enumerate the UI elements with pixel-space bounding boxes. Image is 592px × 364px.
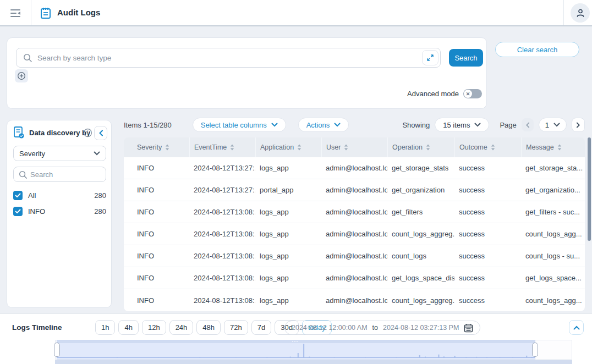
timeline-preset-12h[interactable]: 12h	[142, 320, 166, 335]
column-header-operation[interactable]: Operation	[387, 137, 454, 157]
info-icon[interactable]	[83, 128, 92, 140]
facet-item-info[interactable]: INFO280	[13, 203, 106, 219]
user-avatar-button[interactable]	[571, 3, 590, 23]
sidebar-header: Data discovery by	[13, 126, 107, 140]
cell-outcome: success	[454, 201, 521, 223]
sort-icon	[344, 144, 348, 151]
facet-search-input[interactable]	[30, 168, 102, 181]
column-header-message[interactable]: Message	[521, 137, 585, 157]
column-label: Application	[260, 144, 294, 151]
calendar-icon	[464, 323, 473, 333]
chevron-down-icon	[94, 151, 100, 156]
cell-application: logs_app	[255, 223, 321, 245]
cell-eventtime: 2024-08-12T13:08:...	[189, 267, 255, 289]
advanced-mode-row: Advanced mode ✕	[407, 89, 482, 98]
table-row[interactable]: INFO2024-08-12T13:08:...logs_appadmin@lo…	[124, 201, 585, 223]
previous-page-button[interactable]	[522, 118, 534, 131]
page-size-select[interactable]: 15 items	[435, 118, 489, 132]
page-label: Page	[500, 121, 516, 129]
add-search-criteria-button[interactable]	[15, 69, 28, 82]
menu-collapse-icon	[9, 7, 23, 19]
cell-message: get_organizatio...	[521, 179, 585, 201]
cell-eventtime: 2024-08-12T13:27:...	[189, 157, 255, 179]
timeline-preset-1h[interactable]: 1h	[95, 320, 115, 335]
facet-search-field	[13, 167, 106, 182]
range-separator: to	[372, 324, 378, 332]
chevron-up-icon	[573, 326, 580, 330]
range-start: 2024-08-12 12:00:00 AM	[292, 324, 368, 332]
select-table-columns-button[interactable]: Select table columns	[193, 118, 286, 132]
actions-button[interactable]: Actions	[298, 118, 349, 132]
cell-application: logs_app	[255, 245, 321, 267]
search-panel: Search Advanced mode ✕	[7, 37, 487, 109]
column-label: User	[326, 144, 341, 151]
audit-logs-page: Audit Logs Sea	[0, 0, 592, 364]
brush-handle-left[interactable]	[54, 343, 60, 357]
page-number-value: 1	[545, 121, 549, 129]
cell-outcome: success	[454, 179, 521, 201]
column-header-eventtime[interactable]: EventTime	[189, 137, 255, 157]
facet-count: 280	[94, 191, 106, 200]
sort-icon	[165, 144, 169, 151]
cell-severity: INFO	[124, 201, 189, 223]
cell-operation: count_logs_aggreg...	[387, 223, 454, 245]
timeline-preset-4h[interactable]: 4h	[118, 320, 138, 335]
collapse-menu-button[interactable]	[8, 7, 24, 20]
cell-eventtime: 2024-08-12T13:27:...	[189, 179, 255, 201]
column-label: EventTime	[194, 144, 227, 151]
column-header-outcome[interactable]: Outcome	[454, 137, 521, 157]
audit-logs-icon	[40, 7, 52, 22]
cell-eventtime: 2024-08-12T13:08:...	[189, 245, 255, 267]
table-row[interactable]: INFO2024-08-12T13:27:...portal_appadmin@…	[124, 179, 585, 201]
clear-search-button[interactable]: Clear search	[495, 42, 579, 57]
timeline-preset-72h[interactable]: 72h	[224, 320, 248, 335]
date-range-picker[interactable]: 2024-08-12 12:00:00 AM to 2024-08-12 03:…	[284, 321, 480, 335]
cell-outcome: success	[454, 157, 521, 179]
scrollbar-thumb[interactable]	[588, 137, 591, 241]
cell-application: logs_app	[255, 201, 321, 223]
page-title: Audit Logs	[57, 0, 100, 25]
items-summary: Items 1-15/280	[124, 121, 172, 129]
facet-type-select[interactable]: Severity	[13, 146, 106, 161]
sort-icon	[297, 144, 302, 151]
column-header-application[interactable]: Application	[255, 137, 321, 157]
column-label: Operation	[392, 144, 423, 151]
range-end: 2024-08-12 03:27:13 PM	[383, 324, 459, 332]
page-number-select[interactable]: 1	[539, 118, 567, 132]
data-discovery-icon	[13, 126, 25, 139]
cell-outcome: success	[454, 223, 521, 245]
timeline-preset-24h[interactable]: 24h	[169, 320, 194, 335]
brush-handle-right[interactable]	[532, 343, 538, 357]
chevron-right-icon	[576, 122, 580, 128]
cell-message: count_logs_agg...	[521, 223, 585, 245]
facet-checkbox[interactable]	[13, 207, 23, 216]
table-row[interactable]: INFO2024-08-12T13:08:...logs_appadmin@lo…	[124, 223, 585, 245]
timeline-histogram	[55, 340, 572, 359]
chevron-left-icon	[98, 130, 103, 136]
facet-label: All	[28, 191, 94, 200]
timeline-preset-48h[interactable]: 48h	[196, 320, 221, 335]
facet-checkbox[interactable]	[13, 191, 23, 200]
sidebar-collapse-button[interactable]	[94, 126, 107, 140]
cell-message: get_storage_sta...	[521, 157, 585, 179]
search-input[interactable]	[37, 49, 417, 67]
table-row[interactable]: INFO2024-08-12T13:08:...logs_appadmin@lo…	[124, 245, 585, 267]
search-button[interactable]: Search	[449, 49, 483, 67]
sort-icon	[230, 144, 234, 151]
table-row[interactable]: INFO2024-08-12T13:08:...logs_appadmin@lo…	[124, 289, 585, 311]
cell-outcome: success	[454, 289, 521, 311]
table-row[interactable]: INFO2024-08-12T13:08:...logs_appadmin@lo…	[124, 267, 585, 289]
facet-item-all[interactable]: All280	[13, 187, 106, 203]
cell-operation: get_storage_stats	[387, 157, 454, 179]
column-header-user[interactable]: User	[321, 137, 387, 157]
timeline-preset-7d[interactable]: 7d	[251, 320, 271, 335]
chevron-down-icon	[474, 123, 481, 127]
timeline-brush	[55, 339, 572, 360]
timeline-collapse-button[interactable]	[569, 320, 584, 335]
expand-search-button[interactable]	[422, 50, 438, 65]
table-row[interactable]: INFO2024-08-12T13:27:...logs_appadmin@lo…	[124, 157, 585, 179]
advanced-mode-toggle[interactable]: ✕	[463, 89, 482, 98]
column-header-severity[interactable]: Severity	[124, 137, 189, 157]
next-page-button[interactable]	[572, 118, 585, 132]
cell-user: admin@localhost.lo...	[321, 179, 387, 201]
